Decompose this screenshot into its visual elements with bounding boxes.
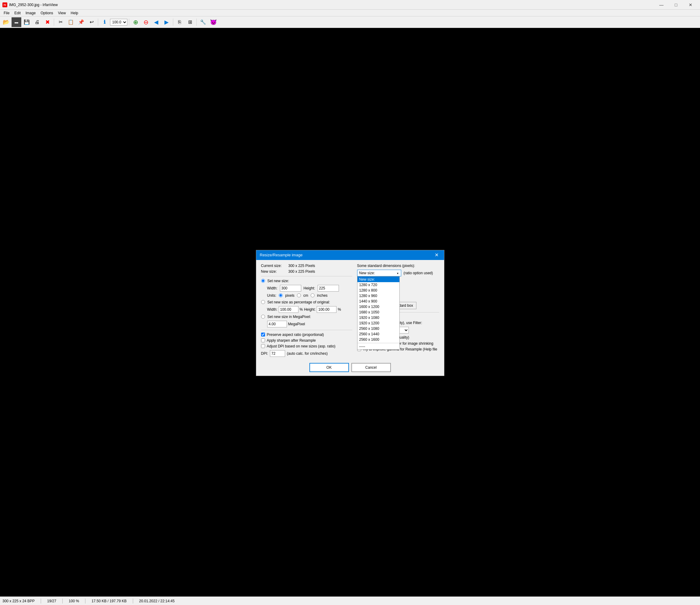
apply-sharpen-label: Apply sharpen after Resample bbox=[267, 338, 316, 343]
unit-cm-radio[interactable] bbox=[297, 293, 301, 297]
dropdown-container: New size: New size: 1280 x 720 1280 x 80… bbox=[357, 270, 401, 277]
unit-cm-label: cm bbox=[303, 293, 308, 298]
apply-sharpen-checkbox[interactable] bbox=[261, 338, 265, 342]
cancel-button[interactable]: Cancel bbox=[351, 363, 391, 372]
preserve-ratio-checkbox[interactable] bbox=[261, 333, 265, 337]
menu-help[interactable]: Help bbox=[68, 10, 81, 16]
toolbar-separator-2 bbox=[98, 19, 98, 26]
pct-height-label: Height: bbox=[304, 307, 316, 312]
filmstrip-button[interactable]: ▬ bbox=[11, 17, 21, 27]
set-pct-radio-row: Set new size as percentage of original: bbox=[261, 300, 352, 304]
dropdown-item-2560x1080[interactable]: 2560 x 1080 bbox=[357, 326, 399, 331]
pct-width-label: Width: bbox=[267, 307, 277, 312]
set-pct-radio[interactable] bbox=[261, 300, 265, 304]
mascot-button[interactable]: 😈 bbox=[208, 17, 218, 27]
zoom-out-button[interactable]: ⊖ bbox=[141, 17, 151, 27]
std-dropdown-row: New size: New size: 1280 x 720 1280 x 80… bbox=[357, 270, 439, 277]
dpi-label: DPI: bbox=[261, 351, 268, 356]
dropdown-item-1920x1080[interactable]: 1920 x 1080 bbox=[357, 315, 399, 320]
dropdown-item-1280x960[interactable]: 1280 x 960 bbox=[357, 293, 399, 298]
cut-button[interactable]: ✂ bbox=[56, 17, 65, 27]
status-sep-4 bbox=[133, 599, 133, 604]
dropdown-selected-text: New size: bbox=[359, 271, 375, 275]
copy-clipboard-button[interactable]: ⎘ bbox=[175, 17, 184, 27]
dpi-input[interactable] bbox=[270, 350, 285, 357]
std-dims-label: Some standard dimensions (pixels): bbox=[357, 264, 439, 268]
dpi-row: DPI: (auto calc. for cm/inches) bbox=[261, 350, 352, 357]
preserve-ratio-label: Preserve aspect ratio (proportional) bbox=[267, 333, 324, 337]
height-label: Height: bbox=[304, 286, 315, 290]
close-button[interactable]: ✕ bbox=[683, 0, 698, 10]
set-new-size-label: Set new size: bbox=[268, 279, 289, 283]
dropdown-item-2560x1600[interactable]: 2560 x 1600 bbox=[357, 337, 399, 342]
status-sep-2 bbox=[62, 599, 62, 604]
zoom-in-button[interactable]: ⊕ bbox=[131, 17, 141, 27]
open-button[interactable]: 📂 bbox=[1, 17, 11, 27]
status-filesize: 17.50 KB / 197.79 KB bbox=[92, 599, 126, 603]
unit-inches-radio[interactable] bbox=[310, 293, 315, 297]
dropdown-item-divider[interactable]: ----- bbox=[357, 344, 399, 349]
toolbar: 📂 ▬ 💾 🖨 ✖ ✂ 📋 📌 ↩ ℹ 100.0 ⊕ ⊖ ◀ ▶ ⎘ ⊞ 🔧 … bbox=[0, 17, 700, 28]
toolbar-separator-1 bbox=[54, 19, 54, 26]
toolbar-separator-4 bbox=[173, 19, 173, 26]
paste-clipboard-button[interactable]: ⊞ bbox=[185, 17, 195, 27]
dialog-body: Current size: 300 x 225 Pixels New size:… bbox=[256, 260, 444, 361]
set-pct-label: Set new size as percentage of original: bbox=[268, 300, 330, 304]
delete-button[interactable]: ✖ bbox=[43, 17, 52, 27]
menu-image[interactable]: Image bbox=[23, 10, 38, 16]
undo-button[interactable]: ↩ bbox=[86, 17, 96, 27]
window-title: IMG_2952-300.jpg - IrfanView bbox=[9, 3, 654, 7]
paste-button[interactable]: 📌 bbox=[76, 17, 86, 27]
settings-button[interactable]: 🔧 bbox=[198, 17, 208, 27]
adjust-dpi-checkbox[interactable] bbox=[261, 344, 265, 348]
pct-height-input[interactable] bbox=[317, 306, 336, 313]
adjust-dpi-label: Adjust DPI based on new sizes (asp. rati… bbox=[267, 344, 335, 348]
dropdown-item-1600x1200[interactable]: 1600 x 1200 bbox=[357, 304, 399, 310]
ok-button[interactable]: OK bbox=[309, 363, 349, 372]
set-new-size-radio-row: Set new size: bbox=[261, 279, 352, 283]
adjust-dpi-row: Adjust DPI based on new sizes (asp. rati… bbox=[261, 344, 352, 348]
maximize-button[interactable]: □ bbox=[669, 0, 683, 10]
set-new-size-radio[interactable] bbox=[261, 279, 265, 283]
set-mp-radio[interactable] bbox=[261, 315, 265, 319]
mp-label: MegaPixel bbox=[288, 322, 305, 326]
menu-file[interactable]: File bbox=[1, 10, 12, 16]
dialog-close-button[interactable]: ✕ bbox=[433, 252, 441, 259]
prev-button[interactable]: ◀ bbox=[151, 17, 161, 27]
status-dimensions: 300 x 225 x 24 BPP bbox=[2, 599, 35, 603]
minimize-button[interactable]: — bbox=[654, 0, 668, 10]
dropdown-item-1920x1200[interactable]: 1920 x 1200 bbox=[357, 320, 399, 326]
title-bar: IV IMG_2952-300.jpg - IrfanView — □ ✕ bbox=[0, 0, 700, 10]
dropdown-header[interactable]: New size: bbox=[357, 270, 401, 277]
dropdown-item-1280x800[interactable]: 1280 x 800 bbox=[357, 288, 399, 293]
mp-input[interactable] bbox=[267, 321, 287, 327]
dialog-title-bar: Resize/Resample image ✕ bbox=[256, 250, 444, 260]
divider-1 bbox=[261, 276, 352, 277]
height-input[interactable] bbox=[318, 285, 339, 292]
unit-pixels-label: pixels bbox=[285, 293, 295, 298]
copy-button[interactable]: 📋 bbox=[66, 17, 76, 27]
dropdown-item-1440x900[interactable]: 1440 x 900 bbox=[357, 298, 399, 304]
set-mp-label: Set new size in MegaPixel: bbox=[268, 315, 311, 319]
width-input[interactable] bbox=[280, 285, 301, 292]
set-mp-radio-row: Set new size in MegaPixel: bbox=[261, 315, 352, 319]
unit-pixels-radio[interactable] bbox=[279, 293, 283, 297]
menu-options[interactable]: Options bbox=[38, 10, 55, 16]
next-button[interactable]: ▶ bbox=[162, 17, 171, 27]
save-button[interactable]: 💾 bbox=[22, 17, 32, 27]
pct-width-input[interactable] bbox=[279, 306, 299, 313]
dropdown-item-1280x720[interactable]: 1280 x 720 bbox=[357, 282, 399, 288]
right-panel: Some standard dimensions (pixels): New s… bbox=[357, 264, 439, 357]
zoom-select[interactable]: 100.0 bbox=[110, 19, 127, 26]
menu-edit[interactable]: Edit bbox=[12, 10, 23, 16]
units-label: Units: bbox=[267, 293, 277, 298]
dropdown-list: New size: 1280 x 720 1280 x 800 1280 x 9… bbox=[357, 277, 400, 349]
dropdown-item-new-size[interactable]: New size: bbox=[357, 277, 399, 282]
menu-view[interactable]: View bbox=[56, 10, 68, 16]
dropdown-item-1680x1050[interactable]: 1680 x 1050 bbox=[357, 310, 399, 315]
main-area: Resize/Resample image ✕ Current size: 30… bbox=[0, 28, 700, 597]
dropdown-item-2560x1440[interactable]: 2560 x 1440 bbox=[357, 331, 399, 337]
print-button[interactable]: 🖨 bbox=[32, 17, 42, 27]
pct-symbol-1: % bbox=[300, 307, 303, 312]
info-button[interactable]: ℹ bbox=[100, 17, 109, 27]
